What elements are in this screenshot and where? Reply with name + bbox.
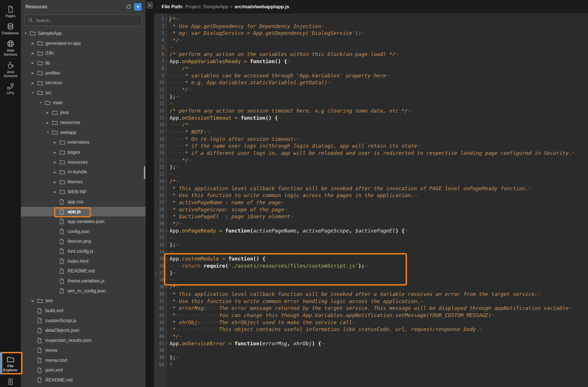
file-icon <box>60 278 67 284</box>
chevron-right-icon[interactable]: ▶ <box>32 42 37 45</box>
code-line: ·*/¬ <box>170 220 588 227</box>
file-icon <box>60 288 67 294</box>
tree-item-i18n[interactable]: ▶i18n <box>21 48 146 58</box>
chevron-right-icon[interactable]: ▶ <box>32 61 37 65</box>
code-line: ·* Use this function to write common log… <box>170 192 588 199</box>
code-line: ·*··············This object contains use… <box>170 326 588 333</box>
tree-item-web-inf[interactable]: ▶WEB-INF <box>21 187 146 197</box>
chevron-right-icon[interactable]: ▶ <box>54 141 60 144</box>
line-number: 49 <box>154 354 167 361</box>
highlight-box-appjs-file <box>54 207 91 217</box>
code-area[interactable]: /*¬·* Use App.getDependency for Dependen… <box>167 13 588 387</box>
java-services-icon <box>7 61 15 69</box>
fold-arrow-icon[interactable]: ▾ <box>166 121 167 129</box>
left-icon-rail: PagesDatabasesWebServicesJavaServicesAPI… <box>0 0 21 387</box>
tree-item-label: profiles <box>45 71 60 76</box>
tree-item-theme-variables-js[interactable]: theme.variables.js <box>21 276 146 286</box>
tree-item-rn-bundle[interactable]: ▶rn-bundle <box>21 167 146 177</box>
tree-item-dataobjects-json[interactable]: dataObjects.json <box>21 326 146 336</box>
code-line: ····*/¬ <box>170 86 588 93</box>
fold-arrow-icon[interactable]: ▾ <box>166 58 167 65</box>
fold-arrow-icon[interactable]: ▾ <box>166 65 167 72</box>
tree-item-favicon-png[interactable]: favicon.png <box>21 236 146 246</box>
fold-arrow-icon[interactable]: ▾ <box>166 178 167 185</box>
tree-item-pages[interactable]: ▶pages <box>21 147 146 157</box>
tree-item-java[interactable]: ▶java <box>21 108 146 118</box>
chevron-right-icon[interactable]: ▶ <box>54 171 60 174</box>
tree-item-label: config.json <box>67 229 90 234</box>
code-line: ¬ <box>170 234 588 241</box>
tree-item-test[interactable]: ▶test <box>21 296 146 306</box>
chevron-down-icon[interactable]: ▼ <box>39 101 45 104</box>
tree-item-label: app.css <box>67 199 83 204</box>
tree-item-readme-md[interactable]: README.md <box>21 375 146 385</box>
collapse-panel-button[interactable]: « <box>147 1 153 9</box>
tree-item-src[interactable]: ▼src <box>21 88 146 98</box>
chevron-down-icon[interactable]: ▼ <box>24 32 30 35</box>
rail-item-web-services[interactable]: WebServices <box>0 38 21 59</box>
tree-item-lib[interactable]: ▶lib <box>21 58 146 68</box>
tree-item-profiles[interactable]: ▶profiles <box>21 68 146 78</box>
chevron-right-icon[interactable]: ▶ <box>32 71 37 75</box>
rail-item-apis[interactable]: APIs <box>0 81 21 98</box>
tree-item-label: resources <box>60 120 80 125</box>
tree-item-generated-rn-app[interactable]: ▶generated-rn-app <box>21 39 146 49</box>
chevron-right-icon[interactable]: ▶ <box>32 299 37 302</box>
tree-item-webapp[interactable]: ▼webapp <box>21 128 146 138</box>
code-line: ·*··············You can change this thou… <box>170 312 588 319</box>
code-line: ¬ <box>170 347 588 354</box>
rail-item-label: Pages <box>5 14 15 18</box>
add-resource-button[interactable]: + <box>134 3 142 11</box>
chevron-right-icon[interactable]: ▶ <box>54 181 60 184</box>
chevron-down-icon[interactable]: ▼ <box>32 91 37 94</box>
tree-item-readme-md[interactable]: README.md <box>21 266 146 276</box>
tree-item-mvnw[interactable]: mvnw <box>21 346 146 356</box>
tree-scrollbar-thumb[interactable] <box>144 166 145 179</box>
editor-body[interactable]: 1▾234567▾8▾9101112131415▾16▾171819202122… <box>154 13 588 387</box>
fold-arrow-icon[interactable]: ▾ <box>166 340 167 347</box>
line-number: 10 <box>154 79 167 86</box>
rail-item-pages[interactable]: Pages <box>0 3 21 21</box>
rail-item-databases[interactable]: Databases <box>0 21 21 38</box>
tree-item-themes[interactable]: ▶themes <box>21 177 146 187</box>
chevron-right-icon[interactable]: ▶ <box>54 161 60 164</box>
tree-item-font-config-js[interactable]: font.config.js <box>21 246 146 256</box>
tree-item-resources[interactable]: ▶resources <box>21 157 146 167</box>
tree-item-mvnw-cmd[interactable]: mvnw.cmd <box>21 356 146 366</box>
chevron-right-icon[interactable]: ▶ <box>47 121 52 124</box>
apis-icon <box>7 83 14 90</box>
search-input[interactable]: Search... <box>25 15 142 26</box>
tree-item-label: services <box>45 80 62 85</box>
tree-item-sampleapp[interactable]: ▼SampleApp <box>21 29 146 39</box>
line-number: 1▾ <box>154 16 167 23</box>
fold-arrow-icon[interactable]: ▾ <box>166 16 167 23</box>
tree-item-wm-rn-config-json[interactable]: wm_rn_config.json <box>21 286 146 296</box>
tree-item-services[interactable]: ▶services <box>21 78 146 88</box>
chevron-down-icon[interactable]: ▼ <box>47 131 52 134</box>
tree-item-main[interactable]: ▼main <box>21 98 146 108</box>
refresh-icon[interactable] <box>126 4 131 9</box>
tree-item-index-html[interactable]: index.html <box>21 256 146 266</box>
tree-item-app-variables-json[interactable]: app.variables.json <box>21 217 146 227</box>
chevron-right-icon[interactable]: ▶ <box>54 151 60 154</box>
rail-item-java-services[interactable]: JavaServices <box>0 59 21 81</box>
fold-arrow-icon[interactable]: ▾ <box>166 227 167 234</box>
chevron-right-icon[interactable]: ▶ <box>47 111 52 114</box>
chevron-right-icon[interactable]: ▶ <box>32 81 37 85</box>
line-number: 20 <box>154 150 167 157</box>
tree-item-customscript-js[interactable]: customScript.js <box>21 316 146 326</box>
tree-item-inspection-results-json[interactable]: inspection_results.json <box>21 336 146 346</box>
rail-item-label: JavaServices <box>4 70 17 78</box>
rail-item-logs[interactable]: Logs <box>0 376 21 387</box>
fold-arrow-icon[interactable]: ▾ <box>166 115 167 122</box>
tree-item-app-css[interactable]: app.css <box>21 197 146 207</box>
tree-item-pom-xml[interactable]: pom.xml <box>21 365 146 375</box>
chevron-right-icon[interactable]: ▶ <box>32 52 37 55</box>
chevron-right-icon[interactable]: ▶ <box>54 190 60 193</box>
tree-item-config-json[interactable]: config.json <box>21 227 146 237</box>
file-icon <box>37 377 45 383</box>
tree-item-resources[interactable]: ▶resources <box>21 118 146 128</box>
tree-item-build-xml[interactable]: build.xml <box>21 306 146 316</box>
code-editor: File Path: Project: SampleApp > src/main… <box>154 0 588 387</box>
tree-item-extensions[interactable]: ▶extensions <box>21 138 146 148</box>
